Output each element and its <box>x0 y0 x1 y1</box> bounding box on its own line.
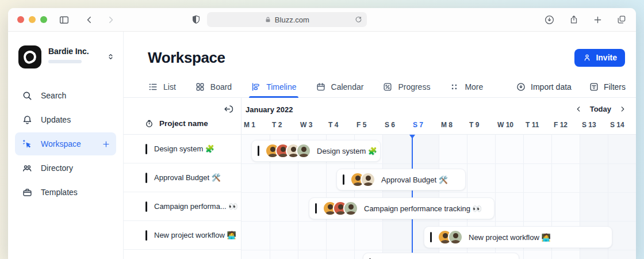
tab-more[interactable]: More <box>449 77 483 97</box>
drag-handle[interactable] <box>145 230 147 241</box>
traffic-light[interactable] <box>29 16 36 23</box>
gantt-bar-label: New project workflow 🧑‍💻 <box>469 233 551 242</box>
prev-icon[interactable] <box>575 105 582 113</box>
row-separator <box>241 250 636 250</box>
sidebar-item-label: Updates <box>41 115 71 124</box>
org-switcher[interactable]: Bardie Inc. <box>8 45 123 80</box>
day-label: T 9 <box>469 121 479 129</box>
traffic-light[interactable] <box>17 16 24 23</box>
back-icon[interactable] <box>85 15 94 25</box>
today-button[interactable]: Today <box>590 105 611 113</box>
drag-handle[interactable] <box>145 201 147 212</box>
timeline-view: Project name Design system 🧩 Approval Bu… <box>124 98 636 259</box>
page-header: Workspace Invite <box>124 32 636 77</box>
org-logo <box>18 45 41 68</box>
gantt-header: January 2022 Today M 1T 2W 3T 4F 5S 6S 7… <box>241 98 636 135</box>
chevron-updown-icon[interactable] <box>106 52 115 61</box>
briefcase-icon <box>22 187 33 198</box>
main-panel: Workspace Invite List Board Timeline Cal… <box>124 32 636 259</box>
day-label: S 14 <box>610 121 624 129</box>
drag-handle[interactable] <box>430 232 432 242</box>
traffic-light[interactable] <box>40 16 47 23</box>
project-column-title: Project name <box>159 119 208 128</box>
tab-progress[interactable]: Progress <box>382 77 430 97</box>
project-row-design-system[interactable]: Design system 🧩 <box>124 135 241 163</box>
avatar <box>343 201 358 216</box>
tab-board[interactable]: Board <box>195 77 232 97</box>
project-row-5[interactable] <box>124 250 241 259</box>
traffic-lights[interactable] <box>17 16 47 23</box>
search-icon <box>22 90 33 101</box>
sidebar-item-updates[interactable]: Updates <box>15 108 116 131</box>
sidebar-item-label: Templates <box>41 188 78 197</box>
gantt-bar-approval-budget[interactable]: Approval Budget 🛠️ <box>336 169 466 191</box>
day-label: F 12 <box>554 121 568 129</box>
import-data-button[interactable]: Import data <box>516 82 572 92</box>
tab-label: List <box>163 82 176 92</box>
drag-handle[interactable] <box>258 146 259 156</box>
row-separator <box>241 163 636 164</box>
project-name: Approval Budget 🛠️ <box>154 173 221 182</box>
tab-calendar[interactable]: Calendar <box>316 77 364 97</box>
today-nav: Today <box>575 105 626 113</box>
sidebar-item-directory[interactable]: Directory <box>15 157 116 180</box>
share-icon[interactable] <box>569 14 579 25</box>
next-icon[interactable] <box>619 105 626 113</box>
filters-button[interactable]: Filters <box>589 82 626 92</box>
drag-handle[interactable] <box>343 174 344 185</box>
bell-icon <box>22 115 33 125</box>
drag-handle[interactable] <box>145 144 147 154</box>
address-bar[interactable]: Bluzz.com <box>207 12 367 27</box>
sidebar-item-label: Workspace <box>41 139 81 148</box>
page-title: Workspace <box>148 49 225 67</box>
view-tabbar: List Board Timeline Calendar Progress Mo… <box>124 77 636 98</box>
tab-label: Timeline <box>266 82 296 92</box>
month-label: January 2022 <box>246 105 293 114</box>
sidebar-nav: Search Updates Workspace Directory Templ… <box>8 80 123 208</box>
gantt-bar-label: Campaign performance tracking 👀 <box>364 204 482 213</box>
new-tab-icon[interactable] <box>593 15 603 25</box>
plus-icon[interactable] <box>102 140 110 148</box>
shield-icon[interactable] <box>191 14 201 25</box>
gantt-bar-label: Approval Budget 🛠️ <box>381 176 448 184</box>
gantt-bar-design-system[interactable]: Design system 🧩 <box>251 140 381 162</box>
day-label: S 6 <box>385 121 395 129</box>
tab-overview-icon[interactable] <box>616 14 627 25</box>
invite-label: Invite <box>596 53 617 62</box>
browser-toolbar: Bluzz.com <box>8 8 636 32</box>
sidebar-item-search[interactable]: Search <box>15 84 116 107</box>
tab-timeline[interactable]: Timeline <box>251 77 296 97</box>
sidebar-item-templates[interactable]: Templates <box>15 181 116 204</box>
people-icon <box>22 163 33 174</box>
list-icon <box>148 82 158 92</box>
sidebar-toggle-icon[interactable] <box>59 14 70 25</box>
downloads-icon[interactable] <box>544 14 555 25</box>
avatar <box>448 230 463 245</box>
gantt-bar-campaign-performance-tracking[interactable]: Campaign performance tracking 👀 <box>309 197 494 219</box>
action-label: Import data <box>531 82 572 92</box>
forward-icon[interactable] <box>106 15 116 25</box>
tab-label: More <box>465 82 483 92</box>
timeline-icon <box>251 82 261 92</box>
row-separator <box>241 192 636 193</box>
sidebar-item-workspace[interactable]: Workspace <box>15 132 116 155</box>
day-label: T 11 <box>526 121 539 129</box>
project-row-campaign-performa[interactable]: Campaign performa... 👀 <box>124 192 241 221</box>
drag-handle[interactable] <box>315 203 317 214</box>
drag-handle[interactable] <box>145 173 147 183</box>
refresh-icon[interactable] <box>354 15 363 24</box>
tab-list[interactable]: List <box>148 77 176 97</box>
tab-label: Progress <box>398 82 430 92</box>
collapse-panel-icon[interactable] <box>223 104 233 115</box>
project-row-approval-budget[interactable]: Approval Budget 🛠️ <box>124 163 241 192</box>
project-row-new-project-workflow[interactable]: New project workflow 🧑‍💻 <box>124 221 241 250</box>
invite-button[interactable]: Invite <box>574 49 625 67</box>
gantt-bar-5[interactable] <box>363 253 519 259</box>
progress-icon <box>382 82 393 92</box>
project-rows: Design system 🧩 Approval Budget 🛠️ Campa… <box>124 135 241 259</box>
gantt-bar-new-project-workflow[interactable]: New project workflow 🧑‍💻 <box>424 226 612 248</box>
lock-icon <box>264 16 271 23</box>
day-label: T 4 <box>328 121 338 129</box>
day-label: M 1 <box>244 121 255 129</box>
day-label: S 13 <box>582 121 596 129</box>
